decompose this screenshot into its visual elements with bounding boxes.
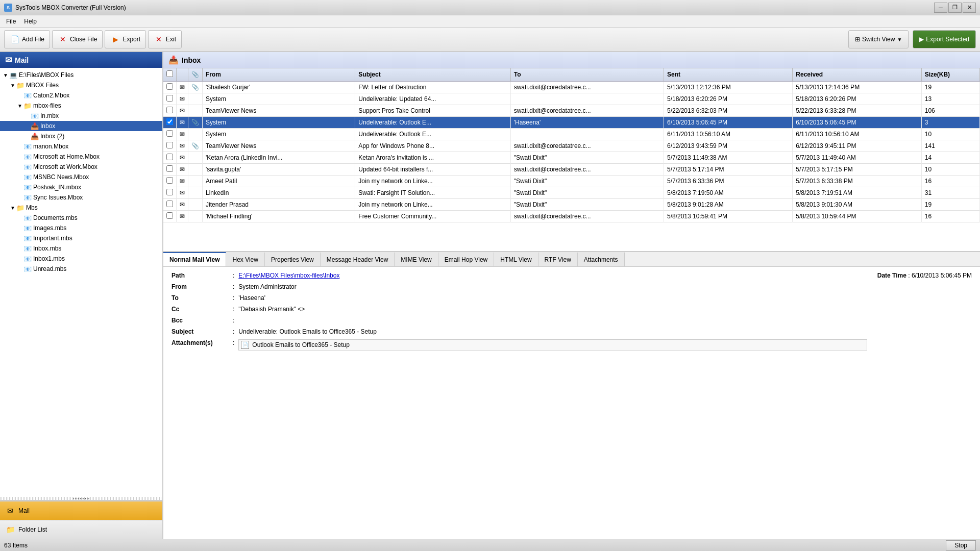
tab-attachments[interactable]: Attachments [578,252,625,266]
tree-item-root[interactable]: ▼💻E:\Files\MBOX Files [0,70,162,80]
table-row[interactable]: ✉📎SystemUndeliverable: Outlook E...'Hase… [163,117,980,129]
tab-rtf-view[interactable]: RTF View [538,252,578,266]
tree-toggle[interactable]: ▼ [2,72,9,78]
row-checkbox[interactable] [163,211,177,222]
row-received: 6/12/2013 9:45:11 PM [793,140,921,152]
row-checkbox[interactable] [163,164,177,176]
row-checkbox[interactable] [163,152,177,164]
table-row[interactable]: ✉'Michael Findling' Free Customer Commun… [163,211,980,222]
tree-item-mbox-files-sub[interactable]: ▼📁mbox-files [0,101,162,111]
table-row[interactable]: ✉'savita.gupta' Updated 64-bit installer… [163,164,980,176]
tab-mime-view[interactable]: MIME View [395,252,438,266]
tree-item-mbox-files[interactable]: ▼📁MBOX Files [0,80,162,90]
tree-item-mbs[interactable]: ▼📁Mbs [0,203,162,213]
mail-section-button[interactable]: ✉ Mail [0,501,162,520]
row-checkbox[interactable] [163,93,177,105]
tree-item-documents[interactable]: 📧Documents.mbs [0,213,162,223]
path-value[interactable]: E:\Files\MBOX Files\mbox-files\Inbox [238,272,867,279]
tab-hex-view[interactable]: Hex View [226,252,264,266]
tree-item-inbox-mbs[interactable]: 📧Inbox.mbs [0,243,162,254]
col-size[interactable]: Size(KB) [921,68,979,81]
export-button[interactable]: ▶ Export [105,30,146,48]
add-file-button[interactable]: 📄 Add File [4,30,50,48]
tree-toggle[interactable]: ▼ [9,83,16,88]
row-checkbox[interactable] [163,105,177,117]
table-row[interactable]: ✉SystemUndeliverable: Outlook E...6/11/2… [163,129,980,140]
table-row[interactable]: ✉📎TeamViewer News App for Windows Phone … [163,140,980,152]
minimize-button[interactable]: ─ [934,3,947,13]
tree-item-sync[interactable]: 📧Sync Issues.Mbox [0,192,162,203]
datetime-label: Date Time [877,272,906,279]
tab-normal-mail-view[interactable]: Normal Mail View [163,252,226,266]
tree-toggle[interactable]: ▼ [9,205,16,211]
table-row[interactable]: ✉Ameet Patil Join my network on Linke...… [163,176,980,187]
col-to[interactable]: To [510,68,664,81]
menu-file[interactable]: File [2,17,20,26]
attachment-item[interactable]: 📄 Outlook Emails to Office365 - Setup [238,339,867,350]
exit-button[interactable]: ✕ Exit [148,30,182,48]
table-container[interactable]: 📎 From Subject To Sent Received Size(KB)… [163,68,980,252]
col-checkbox[interactable] [163,68,177,81]
tree-toggle[interactable]: ▼ [16,103,23,109]
table-row[interactable]: ✉📎'Shailesh Gurjar' FW: Letter of Destru… [163,81,980,93]
tree-item-caton2[interactable]: 📧Caton2.Mbox [0,90,162,101]
col-received[interactable]: Received [793,68,921,81]
add-file-icon: 📄 [10,34,20,44]
tree-item-postvak[interactable]: 📧Postvak_IN.mbox [0,182,162,192]
table-row[interactable]: ✉TeamViewer News Support Pros Take Contr… [163,105,980,117]
export-selected-button[interactable]: ▶ Export Selected [913,30,976,48]
row-attach-icon: 📎 [188,140,203,152]
tree-label: mbox-files [33,102,61,109]
col-from[interactable]: From [203,68,355,81]
tab-html-view[interactable]: HTML View [494,252,538,266]
restore-button[interactable]: ❒ [948,3,962,13]
switch-view-button[interactable]: ⊞ Switch View ▼ [848,30,909,48]
close-button[interactable]: ✕ [963,3,976,13]
tree-item-in-mbx[interactable]: 📧In.mbx [0,111,162,121]
col-sent[interactable]: Sent [664,68,792,81]
left-panel: ✉ Mail ▼💻E:\Files\MBOX Files▼📁MBOX Files… [0,52,163,539]
menu-help[interactable]: Help [20,17,41,26]
col-icon [177,68,188,81]
tree-item-images[interactable]: 📧Images.mbs [0,223,162,233]
tree-item-microsoft-work[interactable]: 📧Microsoft at Work.Mbox [0,162,162,172]
folder-list-section-button[interactable]: 📁 Folder List [0,520,162,539]
row-checkbox[interactable] [163,129,177,140]
row-from: Ameet Patil [203,176,355,187]
table-row[interactable]: ✉'Ketan Arora (LinkedIn Invi...Ketan Aro… [163,152,980,164]
table-row[interactable]: ✉Jitender Prasad Join my network on Link… [163,199,980,211]
tree-item-msnbc[interactable]: 📧MSNBC News.Mbox [0,172,162,182]
row-sent: 5/8/2013 9:01:28 AM [664,199,792,211]
tree-label: Caton2.Mbox [33,92,69,99]
attachments-label: Attachment(s) [172,339,233,346]
tree-item-inbox1[interactable]: 📧Inbox1.mbs [0,254,162,264]
tree-item-important[interactable]: 📧Important.mbs [0,233,162,243]
attachment-name: Outlook Emails to Office365 - Setup [252,341,350,348]
table-row[interactable]: ✉LinkedIn Swati: Farsight IT Solution...… [163,187,980,199]
tree-area[interactable]: ▼💻E:\Files\MBOX Files▼📁MBOX Files 📧Caton… [0,68,162,497]
table-row[interactable]: ✉SystemUndeliverable: Updated 64...5/18/… [163,93,980,105]
tree-item-microsoft-home[interactable]: 📧Microsoft at Home.Mbox [0,152,162,162]
row-checkbox[interactable] [163,176,177,187]
tree-item-inbox2[interactable]: 📥Inbox (2) [0,131,162,141]
toolbar: 📄 Add File ✕ Close File ▶ Export ✕ Exit … [0,28,980,52]
tree-item-manon[interactable]: 📧manon.Mbox [0,141,162,152]
col-subject[interactable]: Subject [355,68,510,81]
row-received: 5/8/2013 9:01:30 AM [793,199,921,211]
row-checkbox[interactable] [163,187,177,199]
stop-button[interactable]: Stop [946,540,976,550]
row-from: 'Shailesh Gurjar' [203,81,355,93]
row-checkbox[interactable] [163,81,177,93]
tab-properties-view[interactable]: Properties View [265,252,321,266]
select-all-checkbox[interactable] [166,70,173,77]
row-checkbox[interactable] [163,199,177,211]
tree-item-inbox[interactable]: 📥Inbox [0,121,162,131]
row-attach-icon [188,93,203,105]
tab-message-header-view[interactable]: Message Header View [321,252,395,266]
row-checkbox[interactable] [163,117,177,129]
row-checkbox[interactable] [163,140,177,152]
close-file-button[interactable]: ✕ Close File [52,30,103,48]
tab-email-hop-view[interactable]: Email Hop View [438,252,494,266]
row-size: 13 [921,93,979,105]
tree-item-unread[interactable]: 📧Unread.mbs [0,264,162,274]
